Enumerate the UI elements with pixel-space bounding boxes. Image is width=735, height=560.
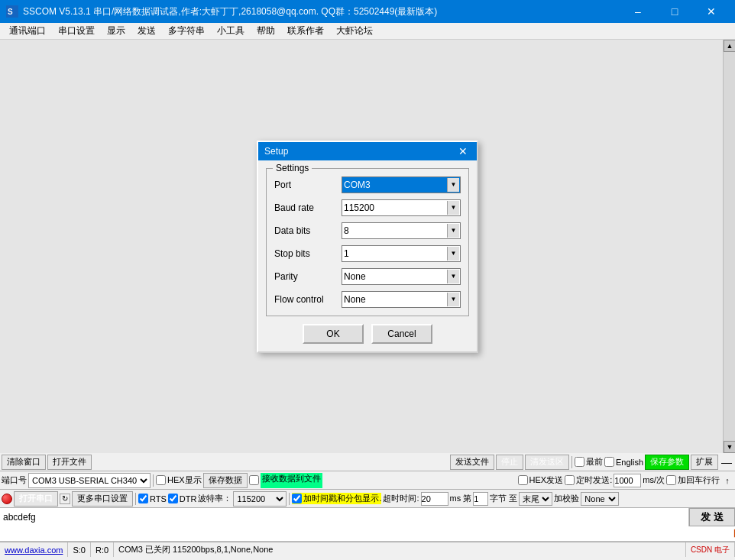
stopbits-select[interactable]: 1 1.5 2 [342,245,461,262]
port-row: Port COM3 COM1 COM2 COM4 ▼ [274,176,461,193]
settings-group: Settings Port COM3 COM1 COM2 COM4 ▼ [266,168,469,316]
more-port-button[interactable]: 更多串口设置 [72,491,133,507]
flowcontrol-select[interactable]: None Hardware Software [342,291,461,308]
toolbar-row1: 清除窗口 打开文件 发送文件 停止 清发送区 最前 English 保存参数 扩… [0,453,735,471]
flowcontrol-select-wrapper[interactable]: None Hardware Software ▼ [342,291,461,308]
send-row: 发 送 [0,508,735,526]
dialog-buttons: OK Cancel [266,324,469,344]
clear-send-button[interactable]: 清发送区 [525,455,569,470]
parity-select[interactable]: None Odd Even Mark Space [342,268,461,285]
port-select[interactable]: COM3 COM1 COM2 COM4 [342,176,461,193]
byte-label: 字节 至 [490,493,517,504]
menu-tools[interactable]: 小工具 [211,23,251,40]
toolbar-row2: 端口号 COM3 USB-SERIAL CH340 HEX显示 保存数据 接收数… [0,471,735,490]
last-checkbox[interactable] [575,457,584,467]
open-port-button[interactable]: 打开串口 [14,491,58,507]
marquee-text: 【升级到V5.13.1】★合宙高性比4G模块值得一试 ★RT-Thread中人的… [0,528,735,539]
timer-value-input[interactable] [614,474,641,487]
csdn-status: CSDN 电子 [686,542,735,557]
dialog-titlebar: Setup ✕ [258,142,477,160]
checksum-select[interactable]: None [581,492,619,506]
dtr-checkbox[interactable] [168,494,178,503]
clear-window-button[interactable]: 清除窗口 [2,455,46,470]
enter-checkbox[interactable] [666,475,676,485]
stopbits-label: Stop bits [274,248,335,259]
recv-file-text[interactable]: 接收数据到文件 [261,473,322,488]
send-text-input[interactable] [0,508,689,526]
baudrate-row: Baud rate 115200 9600 19200 38400 57600 … [274,199,461,216]
english-checkbox[interactable] [604,457,614,467]
hex-send-label: HEX发送 [518,474,564,486]
stopbits-select-wrapper[interactable]: 1 1.5 2 ▼ [342,245,461,262]
parity-select-wrapper[interactable]: None Odd Even Mark Space ▼ [342,268,461,285]
menu-communications[interactable]: 通讯端口 [3,23,52,40]
marquee-area: 【升级到V5.13.1】★合宙高性比4G模块值得一试 ★RT-Thread中人的… [0,526,735,542]
com-status: COM3 已关闭 115200bps,8,1,None,None [114,542,686,557]
bottom-section: 清除窗口 打开文件 发送文件 停止 清发送区 最前 English 保存参数 扩… [0,453,735,560]
timestamp-checkbox[interactable] [292,494,302,503]
ok-button[interactable]: OK [303,324,364,344]
rts-checkbox[interactable] [138,494,148,503]
send-button[interactable]: 发 送 [689,508,735,526]
menu-contact[interactable]: 联系作者 [281,23,330,40]
led-indicator [2,494,12,504]
setup-dialog: Setup ✕ Settings Port COM3 COM1 COM2 COM… [257,141,478,353]
open-file-button[interactable]: 打开文件 [47,455,92,470]
english-label: English [616,458,643,467]
stop-button[interactable]: 停止 [496,455,523,470]
timeout-unit: ms 第 [450,493,472,504]
recv-file-checkbox[interactable] [249,475,259,485]
r0-status: R:0 [91,542,114,557]
refresh-icon[interactable]: ↻ [60,494,70,504]
port-select-wrapper[interactable]: COM3 COM1 COM2 COM4 ▼ [342,176,461,193]
byte-start-input[interactable] [473,492,488,506]
timer-unit-label: ms/次 [643,474,665,486]
databits-label: Data bits [274,225,335,236]
baudrate-select[interactable]: 115200 9600 19200 38400 57600 [342,199,461,216]
com-port-select[interactable]: COM3 USB-SERIAL CH340 [28,473,151,488]
separator1 [571,456,572,468]
menu-multistring[interactable]: 多字符串 [162,23,211,40]
menu-display[interactable]: 显示 [101,23,131,40]
save-param-button[interactable]: 保存参数 [645,455,689,470]
separator4 [289,493,290,505]
english-checkbox-label: English [604,457,643,467]
hex-send-checkbox[interactable] [518,475,528,485]
dtr-text: DTR [180,494,197,503]
timer-send-checkbox[interactable] [565,475,575,485]
databits-select-wrapper[interactable]: 8 7 6 5 ▼ [342,222,461,239]
baudrate-select-wrapper[interactable]: 115200 9600 19200 38400 57600 ▼ [342,199,461,216]
byte-end-select[interactable]: 末尾 [519,492,552,506]
dialog-close-button[interactable]: ✕ [455,144,471,159]
send-file-button[interactable]: 发送文件 [450,455,494,470]
rts-label: RTS [138,494,167,503]
menu-serial-settings[interactable]: 串口设置 [52,23,101,40]
menu-help[interactable]: 帮助 [251,23,281,40]
maximize-button[interactable]: □ [657,0,692,23]
app-icon: S [6,5,18,18]
save-data-button[interactable]: 保存数据 [203,473,248,488]
menu-forum[interactable]: 大虾论坛 [330,23,379,40]
timer-send-label: 定时发送: [565,474,612,486]
minimize-button[interactable]: – [620,0,656,23]
databits-row: Data bits 8 7 6 5 ▼ [274,222,461,239]
separator3 [135,493,136,505]
cancel-button[interactable]: Cancel [371,324,432,344]
hex-display-checkbox[interactable] [156,475,166,485]
expand-icon: — [720,456,733,468]
checksum-label: 加校验 [554,493,579,504]
menu-send[interactable]: 发送 [131,23,162,40]
expand-button[interactable]: 扩展 [691,455,718,470]
databits-select[interactable]: 8 7 6 5 [342,222,461,239]
timestamp-label: 加时间戳和分包显示. [292,493,381,504]
baud-select[interactable]: 115200 9600 19200 38400 57600 [233,491,287,507]
menu-bar: 通讯端口 串口设置 显示 发送 多字符串 小工具 帮助 联系作者 大虾论坛 [0,23,735,40]
hex-display-label: HEX显示 [156,474,202,486]
dialog-title: Setup [264,146,455,157]
title-bar: S SSCOM V5.13.1 串口/网络数据调试器,作者:大虾丁丁,26180… [0,0,735,23]
close-button[interactable]: ✕ [694,0,729,23]
timeout-input[interactable] [421,492,448,506]
window-controls: – □ ✕ [620,0,729,23]
s0-status: S:0 [68,542,91,557]
baudrate-label: Baud rate [274,202,335,213]
